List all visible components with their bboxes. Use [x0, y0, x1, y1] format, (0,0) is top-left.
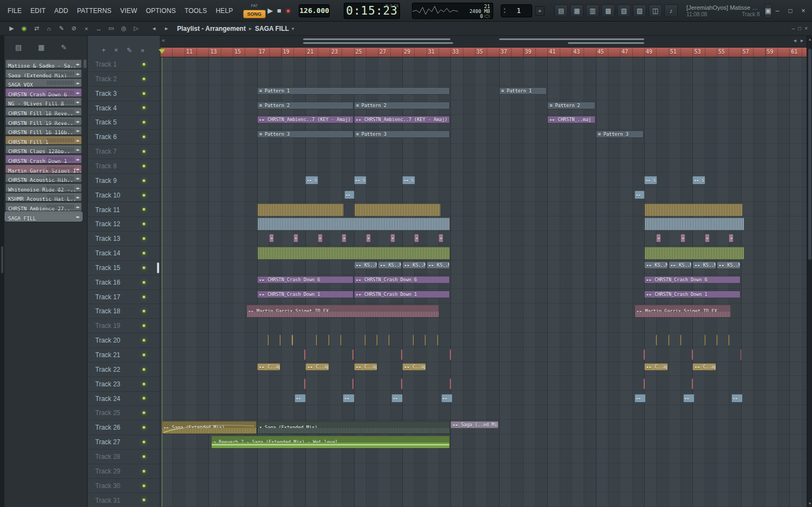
tools-icon[interactable]: ♪ [664, 4, 678, 17]
playlist-clip[interactable] [401, 349, 403, 360]
rack-icon[interactable]: ▦ [38, 43, 44, 58]
track-header[interactable]: Track 2 [88, 72, 160, 87]
playlist-clip[interactable]: ▸▸ [343, 394, 354, 403]
track-enable-dot[interactable] [142, 91, 146, 96]
record-button[interactable]: ● [285, 4, 291, 17]
browser-item[interactable]: CHRSTN_Acoustic Hih..◂▸ [5, 174, 82, 182]
track-enable-dot[interactable] [142, 440, 146, 444]
track-header[interactable]: Track 15 [88, 261, 160, 275]
track-enable-dot[interactable] [142, 396, 146, 400]
preview-tool-icon[interactable]: ▷ [130, 23, 142, 34]
playlist-clip[interactable]: ▸▸ KS..M [692, 261, 716, 269]
next-arrangement-icon[interactable]: ▸ [161, 23, 172, 34]
edit-icon[interactable]: ✎ [61, 43, 67, 58]
playlist-clip[interactable]: ▸▸ KS..M [427, 261, 450, 269]
playlist-clip[interactable]: ▸▸ CHRSTN_Ambienc..7 (KEY - Amaj) [257, 116, 353, 123]
playlist-clip[interactable]: ▸▸ CHRSTN_Crash Down 1 [644, 291, 741, 298]
playlist-clip[interactable]: ≡ Pattern 1 [499, 87, 547, 95]
step-sequencer-icon[interactable]: ▦ [570, 4, 584, 17]
browser-item[interactable]: CHRSTN_Crash Down 1◂▸ [5, 155, 82, 163]
browser-item[interactable]: Martin Garrix Sziget I..◂▸ [5, 164, 82, 173]
track-header[interactable]: Track 19 [88, 319, 160, 333]
playlist-clip[interactable] [644, 203, 743, 216]
playlist-clip[interactable]: ▸▸ CHRSTN_..maj [547, 116, 595, 123]
playlist-clip[interactable] [643, 349, 645, 360]
browser-item[interactable]: CHRSTN_Fill 18_Reve..◂▸ [5, 107, 82, 116]
playlist-clip[interactable]: ≡ Pattern 3 [596, 130, 644, 138]
track-enable-dot[interactable] [142, 266, 146, 270]
panel-close-button[interactable]: × [804, 25, 808, 31]
delete-tool-icon[interactable]: ⊘ [68, 23, 80, 34]
select-tool-icon[interactable]: ▭ [106, 23, 117, 34]
timeline-ruler[interactable]: 1113151719212325272931333537394143454749… [160, 48, 807, 57]
playlist-clip[interactable] [257, 218, 450, 231]
stop-button[interactable]: ■ [276, 4, 282, 17]
playlist-grid[interactable]: ≡ Pattern 1≡ Pattern 1≡ Pattern 2≡ Patte… [160, 57, 807, 507]
playlist-clip[interactable]: ▸▸ S.. [644, 176, 657, 185]
arrangement-selector[interactable]: SAGA FILL [255, 25, 289, 32]
add-pattern-button[interactable]: + [535, 6, 545, 16]
menu-edit[interactable]: EDIT [26, 0, 50, 22]
playlist-clip[interactable]: ▸▸ S.. [692, 176, 705, 185]
track-enable-dot[interactable] [142, 106, 146, 110]
track-header[interactable]: Track 9 [88, 174, 160, 188]
playlist-clip[interactable]: ▸▸ Martin Garrix Sziget ID FX [246, 305, 440, 318]
track-enable-dot[interactable] [142, 280, 146, 285]
playlist-clip[interactable]: ▸▸ [441, 394, 453, 403]
playlist-clip[interactable]: ▸ [390, 234, 395, 242]
browser-item[interactable]: CHRSTN_Fill 16_116b..◂▸ [5, 126, 82, 135]
playlist-clip[interactable]: ▸ [366, 234, 371, 242]
playlist-clip[interactable] [279, 334, 281, 346]
collapse-icon[interactable]: » [141, 47, 145, 57]
playlist-clip[interactable]: ▸▸ C..ap [692, 363, 716, 371]
track-header[interactable]: Track 6 [88, 130, 160, 144]
playlist-clip[interactable] [680, 334, 682, 346]
playlist-clip[interactable]: ▸▸ C..ap [257, 363, 281, 371]
browser-item[interactable]: CHRSTN_Ambience 27..◂▸ [5, 202, 82, 211]
cpu-memory-monitor[interactable]: 21 2400 MB 0 [412, 3, 493, 19]
track-enable-dot[interactable] [142, 222, 146, 226]
playlist-clip[interactable]: ▸▸ [391, 394, 403, 403]
track-header[interactable]: Track 8 [88, 159, 160, 174]
track-enable-dot[interactable] [142, 382, 146, 386]
track-header[interactable]: Track 31 [88, 493, 160, 507]
browser-item[interactable]: NG - 9Lives Fill 8◂▸ [5, 97, 82, 106]
playlist-clip[interactable] [316, 334, 317, 346]
playlist-clip[interactable]: ▸ [705, 234, 710, 242]
playlist-clip[interactable] [716, 334, 718, 346]
playlist-clip[interactable]: ▸▸ [683, 394, 695, 403]
slide-tool-icon[interactable]: ⇄ [31, 23, 42, 34]
menu-tools[interactable]: TOOLS [180, 0, 211, 22]
playlist-clip[interactable] [704, 334, 706, 346]
playlist-clip[interactable]: ≡ Pattern 3 [257, 130, 353, 138]
browser-item[interactable]: SAGA FILL◂▸ [5, 212, 82, 221]
playlist-clip[interactable]: ▸▸ KS..M [669, 261, 692, 269]
track-enable-dot[interactable] [142, 251, 146, 255]
picker-scroll-thumb[interactable] [83, 60, 87, 68]
playlist-clip[interactable] [352, 378, 354, 390]
browser-scrollbar-thumb[interactable] [1, 246, 3, 273]
song-mode-button[interactable]: SONG [243, 10, 266, 18]
playlist-overview-scrollbar[interactable]: « ◂ ▸ [160, 36, 807, 48]
cart-icon[interactable]: ▣ [764, 4, 772, 18]
playlist-clip[interactable] [691, 378, 693, 390]
playlist-clip[interactable]: ▸▸ KS..M [717, 261, 741, 269]
track-enable-dot[interactable] [142, 498, 146, 502]
playlist-clip[interactable] [412, 334, 414, 346]
browser-item[interactable]: Saga (Extended Mix)◂▸ [5, 69, 82, 78]
mute-tool-icon[interactable]: × [81, 23, 92, 34]
follow-playhead-icon[interactable]: ◉ [18, 23, 30, 34]
touch-keyboard-icon[interactable]: ▤ [554, 4, 568, 17]
playlist-clip[interactable]: ▸ [414, 234, 419, 242]
playlist-clip[interactable]: ▸ [269, 234, 274, 242]
track-header[interactable]: Track 4 [88, 101, 160, 116]
pattern-down-icon[interactable]: ▾ [503, 11, 506, 15]
playlist-clip[interactable] [691, 349, 693, 360]
playlist-clip[interactable]: ▸ [318, 234, 323, 242]
playlist-clip[interactable]: ▸ [656, 234, 661, 242]
playlist-clip[interactable] [644, 247, 744, 260]
browser-item[interactable]: SAGA VOX◂▸ [5, 78, 82, 87]
playlist-clip[interactable] [656, 334, 657, 346]
track-header[interactable]: Track 7 [88, 144, 160, 159]
browser-item[interactable]: KSHMR Acoustic Hat L..◂▸ [5, 193, 82, 201]
